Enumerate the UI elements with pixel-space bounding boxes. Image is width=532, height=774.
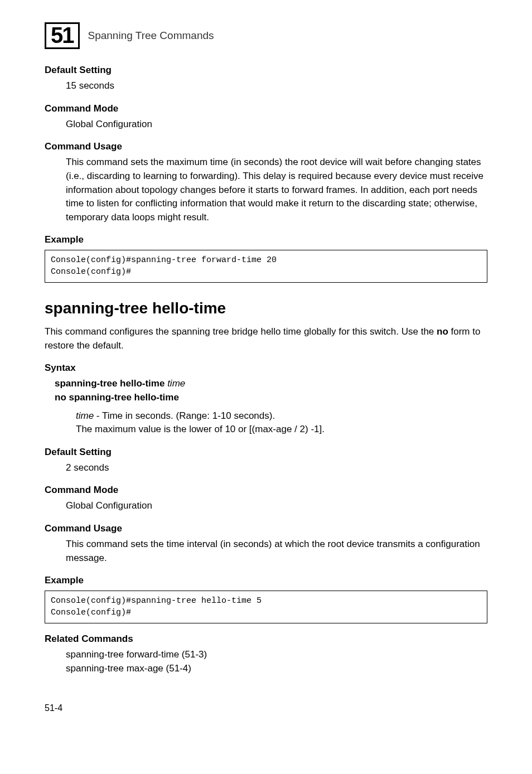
related-commands-list: spanning-tree forward-time (51-3) spanni… — [66, 648, 487, 675]
command-mode-heading: Command Mode — [45, 103, 487, 114]
example-heading: Example — [45, 234, 487, 245]
default-setting-value-2: 2 seconds — [66, 461, 487, 475]
header-title: Spanning Tree Commands — [88, 30, 214, 42]
page-number: 51-4 — [45, 703, 487, 713]
intro-no-keyword: no — [437, 326, 448, 337]
command-usage-heading-2: Command Usage — [45, 523, 487, 534]
syntax-param-block: time - Time in seconds. (Range: 1-10 sec… — [76, 409, 487, 437]
intro-part1: This command configures the spanning tre… — [45, 326, 437, 337]
default-setting-value: 15 seconds — [66, 79, 487, 93]
code-example-1: Console(config)#spanning-tree forward-ti… — [45, 250, 487, 283]
default-setting-heading-2: Default Setting — [45, 447, 487, 458]
command-mode-value-2: Global Configuration — [66, 499, 487, 513]
syntax-line2: no spanning-tree hello-time — [55, 392, 179, 403]
command-usage-heading: Command Usage — [45, 141, 487, 152]
syntax-line1-bold: spanning-tree hello-time — [55, 378, 167, 389]
command-mode-heading-2: Command Mode — [45, 485, 487, 496]
syntax-line1-italic: time — [167, 378, 185, 389]
command-usage-text: This command sets the maximum time (in s… — [66, 156, 487, 224]
related-line1: spanning-tree forward-time (51-3) — [66, 649, 207, 660]
code-example-2: Console(config)#spanning-tree hello-time… — [45, 591, 487, 623]
syntax-param-desc: - Time in seconds. (Range: 1-10 seconds)… — [94, 410, 275, 421]
command-mode-value: Global Configuration — [66, 118, 487, 132]
syntax-block: spanning-tree hello-time time no spannin… — [55, 377, 487, 404]
default-setting-heading: Default Setting — [45, 65, 487, 76]
syntax-param-line2: The maximum value is the lower of 10 or … — [76, 424, 325, 434]
chapter-number-box: 51 — [45, 22, 80, 49]
syntax-heading: Syntax — [45, 362, 487, 374]
page-header: 51 Spanning Tree Commands — [45, 22, 487, 49]
command-usage-text-2: This command sets the time interval (in … — [66, 538, 487, 565]
related-commands-heading: Related Commands — [45, 633, 487, 645]
example-heading-2: Example — [45, 575, 487, 586]
related-line2: spanning-tree max-age (51-4) — [66, 663, 191, 674]
command-intro: This command configures the spanning tre… — [45, 325, 487, 352]
syntax-param-name: time — [76, 410, 94, 421]
command-title: spanning-tree hello-time — [45, 299, 487, 317]
document-page: 51 Spanning Tree Commands Default Settin… — [0, 0, 532, 736]
